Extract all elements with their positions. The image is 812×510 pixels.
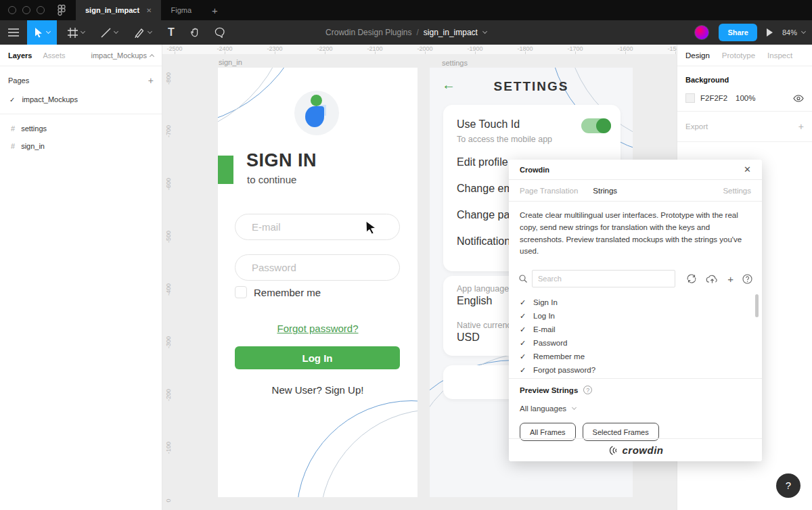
string-row[interactable]: ✓Password — [509, 336, 762, 350]
help-button[interactable]: ? — [776, 473, 800, 498]
chevron-down-icon[interactable] — [482, 29, 487, 34]
crowdin-logo-icon — [607, 444, 619, 457]
tab-prototype[interactable]: Prototype — [722, 51, 755, 60]
add-export-button[interactable]: + — [798, 121, 804, 132]
string-row[interactable]: ✓Log In — [509, 309, 762, 323]
notifications-item[interactable]: Notifications — [457, 235, 516, 248]
currency-value[interactable]: USD — [457, 331, 480, 344]
mouse-cursor-icon — [365, 221, 377, 235]
zoom-level-dropdown[interactable]: 84% — [782, 28, 805, 37]
export-heading: Export — [685, 122, 708, 131]
tab-design[interactable]: Design — [685, 51, 710, 60]
pages-heading: Pages — [8, 76, 29, 85]
background-hex-value[interactable]: F2F2F2 — [700, 94, 736, 102]
edit-profile-item[interactable]: Edit profile — [457, 156, 508, 168]
password-field[interactable]: Password — [235, 254, 400, 281]
tab-sign-in-impact[interactable]: sign_in_impact ✕ — [76, 0, 161, 20]
comment-tool-button[interactable] — [208, 20, 231, 45]
sign-in-title: SIGN IN — [246, 150, 317, 171]
frame-icon: # — [11, 124, 15, 133]
add-string-button[interactable]: + — [727, 273, 734, 285]
horizontal-ruler: -2500 -2400 -2300 -2200 -2100 -2000 -190… — [162, 45, 677, 54]
decor-circle — [218, 68, 292, 141]
tab-assets[interactable]: Assets — [43, 51, 65, 60]
chevron-down-icon[interactable] — [46, 29, 51, 34]
check-icon: ✓ — [9, 96, 15, 103]
window-minimize-icon[interactable] — [22, 6, 30, 14]
frame-label-settings[interactable]: settings — [442, 59, 468, 67]
string-row[interactable]: ✓Sign In — [509, 296, 762, 309]
sync-icon[interactable] — [686, 273, 697, 284]
remember-me-checkbox[interactable] — [235, 286, 247, 298]
string-row[interactable]: ✓Forgot password? — [509, 363, 762, 377]
help-icon[interactable] — [742, 274, 752, 284]
breadcrumb-project[interactable]: Crowdin Design Plugins — [325, 28, 411, 37]
text-tool-button[interactable]: T — [162, 20, 180, 45]
add-page-button[interactable]: + — [148, 75, 154, 86]
frame-icon — [68, 28, 78, 38]
page-selector[interactable]: impact_Mockups — [91, 51, 154, 60]
window-maximize-icon[interactable] — [37, 6, 45, 14]
tab-settings[interactable]: Settings — [723, 187, 751, 195]
layer-item-settings[interactable]: # settings — [0, 120, 162, 137]
check-icon: ✓ — [520, 352, 533, 361]
present-icon[interactable] — [767, 28, 773, 37]
dialog-footer: crowdin — [509, 438, 762, 461]
share-button[interactable]: Share — [719, 24, 757, 41]
user-avatar[interactable] — [694, 25, 709, 40]
move-tool-button[interactable] — [27, 20, 57, 45]
new-tab-button[interactable]: + — [212, 5, 218, 16]
scrollbar-thumb[interactable] — [755, 294, 759, 317]
tab-layers[interactable]: Layers — [8, 51, 32, 60]
forgot-password-link[interactable]: Forgot password? — [218, 323, 418, 334]
settings-title: SETTINGS — [430, 79, 633, 94]
window-close-icon[interactable] — [8, 6, 16, 14]
crowdin-plugin-dialog: Crowdin ✕ Page Translation Strings Setti… — [509, 160, 762, 461]
page-item-impact-mockups[interactable]: ✓ impact_Mockups — [0, 91, 162, 108]
file-breadcrumb[interactable]: Crowdin Design Plugins / sign_in_impact — [325, 20, 487, 45]
main-menu-button[interactable] — [0, 20, 27, 45]
app-language-value[interactable]: English — [457, 295, 492, 307]
touch-id-subtitle: To access the mobile app — [457, 135, 552, 144]
chevron-down-icon[interactable] — [81, 29, 85, 34]
currency-label: Native currency — [457, 321, 516, 330]
chevron-down-icon[interactable] — [148, 29, 152, 34]
touch-id-toggle[interactable] — [581, 118, 611, 133]
use-touch-id-label: Use Touch Id — [457, 118, 520, 131]
shape-tool-button[interactable] — [95, 20, 123, 45]
search-icon — [518, 274, 528, 283]
background-opacity-value[interactable]: 100% — [736, 94, 755, 102]
language-filter-dropdown[interactable]: All languages — [520, 404, 751, 413]
title-accent-bar — [218, 156, 233, 184]
log-in-button[interactable]: Log In — [235, 346, 400, 369]
frame-sign-in[interactable]: SIGN IN to continue E-mail Password Reme… — [218, 68, 418, 497]
hand-tool-button[interactable] — [184, 20, 206, 45]
window-controls[interactable] — [8, 6, 45, 14]
tab-page-translation[interactable]: Page Translation — [520, 187, 578, 195]
move-cursor-icon — [34, 27, 43, 38]
preview-strings-heading: Preview Strings — [520, 386, 578, 394]
breadcrumb-file[interactable]: sign_in_impact — [424, 28, 478, 37]
sign-up-text[interactable]: New User? Sign Up! — [218, 384, 418, 396]
color-swatch[interactable] — [685, 93, 695, 103]
frame-label-sign-in[interactable]: sign_in — [219, 58, 242, 66]
chevron-down-icon[interactable] — [114, 29, 118, 34]
visibility-eye-icon[interactable] — [793, 95, 804, 102]
close-icon[interactable]: ✕ — [744, 164, 751, 175]
tab-strings[interactable]: Strings — [593, 187, 617, 195]
frame-tool-button[interactable] — [62, 20, 90, 45]
tab-inspect[interactable]: Inspect — [767, 51, 792, 60]
tab-figma[interactable]: Figma — [161, 0, 201, 20]
cloud-upload-icon[interactable] — [706, 274, 719, 284]
caret-up-icon — [150, 53, 154, 58]
layer-item-sign-in[interactable]: # sign_in — [0, 137, 162, 155]
check-icon: ✓ — [520, 339, 533, 348]
help-icon[interactable]: ? — [583, 386, 592, 394]
tab-close-icon[interactable]: ✕ — [146, 7, 152, 14]
search-input[interactable] — [532, 270, 675, 287]
string-row[interactable]: ✓Remember me — [509, 350, 762, 363]
pen-tool-button[interactable] — [129, 20, 157, 45]
pen-icon — [134, 27, 145, 38]
string-row[interactable]: ✓E-mail — [509, 323, 762, 336]
check-icon: ✓ — [520, 312, 533, 321]
